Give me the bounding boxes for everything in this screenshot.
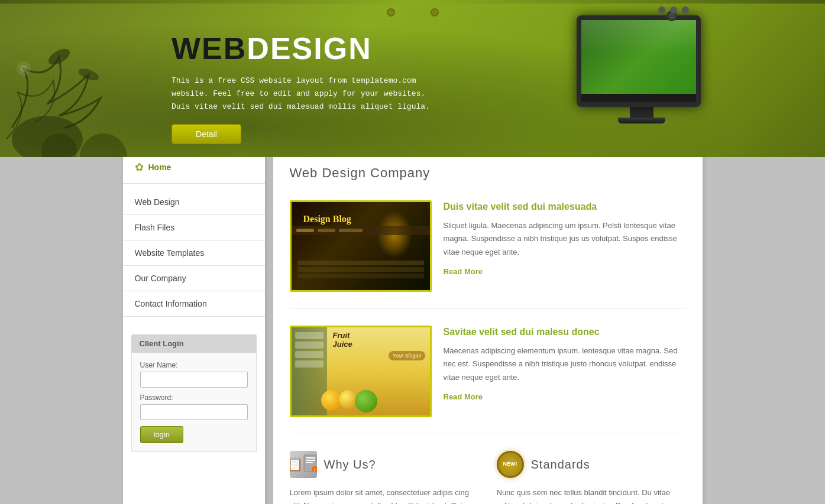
thumb-slogan: Your Slogan [389, 351, 425, 360]
svg-rect-9 [306, 460, 315, 461]
password-input[interactable] [140, 404, 248, 420]
new-badge-text: NEW! [503, 461, 517, 467]
home-icon: ✿ [135, 161, 144, 174]
monitor-taskbar [581, 94, 696, 102]
content-wrapper: ✿ Home Web Design Flash Files Website Te… [123, 151, 703, 504]
article-item-1: Design Blog [290, 200, 686, 309]
nav-menu: Web Design Flash Files Website Templates… [123, 184, 265, 323]
header-description: This is a free CSS website layout from t… [172, 74, 444, 113]
title-design: DESIGN [247, 31, 371, 66]
svg-point-3 [80, 134, 127, 157]
svg-text:!: ! [314, 467, 316, 473]
svg-point-2 [77, 66, 100, 82]
header-decor-top [387, 8, 439, 17]
article-thumbnail-1: Design Blog [290, 200, 432, 292]
sidebar: ✿ Home Web Design Flash Files Website Te… [123, 151, 265, 504]
monitor-image [577, 15, 707, 134]
standards-col: NEW! Standards Nunc quis sem nec tellus … [497, 451, 686, 504]
article-heading-2[interactable]: Savitae velit sed dui malesu donec [444, 326, 686, 339]
standards-body: Nunc quis sem nec tellus blandit tincidu… [497, 486, 686, 504]
content-title: Web Design Company [290, 165, 686, 187]
header-title: WEBDESIGN [172, 33, 455, 64]
thumb-navbar [292, 226, 430, 235]
nav-item-flash-files[interactable]: Flash Files [123, 215, 265, 240]
monitor-screen [577, 15, 701, 107]
thumb-blog-label: Design Blog [303, 214, 351, 225]
nav-link-flash-files[interactable]: Flash Files [123, 215, 265, 240]
title-web: WEB [172, 31, 247, 66]
nav-link-website-templates[interactable]: Website Templates [123, 240, 265, 265]
nav-link-contact-information[interactable]: Contact Information [123, 291, 265, 316]
nav-item-website-templates[interactable]: Website Templates [123, 240, 265, 266]
header: WEBDESIGN This is a free CSS website lay… [0, 4, 825, 157]
floral-decoration [0, 21, 177, 157]
username-label: User Name: [140, 361, 248, 369]
password-label: Password: [140, 394, 248, 402]
article-item-2: FruitJuice Your Slogan Savitae velit sed… [290, 326, 686, 434]
standards-title: Standards [531, 458, 590, 472]
client-login-title: Client Login [131, 334, 257, 353]
why-us-body: Lorem ipsum dolor sit amet, consectetuer… [290, 486, 479, 504]
monitor-base [618, 118, 665, 123]
login-button[interactable]: login [140, 426, 183, 443]
main-content: Web Design Company Design Blog [273, 151, 703, 504]
why-us-title: Why Us? [324, 458, 376, 472]
thumb-nav-item [295, 342, 323, 349]
nav-link-web-design[interactable]: Web Design [123, 190, 265, 214]
thumb-fruit-title: FruitJuice [333, 331, 352, 349]
header-content: WEBDESIGN This is a free CSS website lay… [172, 33, 455, 144]
why-us-icon: ! [290, 451, 317, 478]
monitor-display [581, 20, 696, 102]
monitor [577, 15, 707, 125]
client-login-box: Client Login User Name: Password: login [131, 334, 257, 452]
why-icon-inner: ! [303, 454, 317, 475]
detail-button[interactable]: Detail [172, 124, 241, 144]
article-body-1: Sliquet ligula. Maecenas adipiscing um i… [444, 219, 686, 258]
main-wrapper: ✿ Home Web Design Flash Files Website Te… [123, 151, 703, 504]
article-body-2: Maecenas adipiscing elementum ipsum. len… [444, 344, 686, 383]
standards-header: NEW! Standards [497, 451, 686, 478]
nav-item-our-company[interactable]: Our Company [123, 266, 265, 291]
article-text-2: Savitae velit sed dui malesu donec Maece… [444, 326, 686, 417]
thumb-nav-item [295, 332, 323, 339]
thumb-rows [297, 261, 424, 278]
article-text-1: Duis vitae velit sed dui malesuada Sliqu… [444, 200, 686, 292]
thumb-fruit-juice: FruitJuice Your Slogan [292, 327, 430, 415]
svg-rect-10 [306, 462, 313, 463]
nav-item-web-design[interactable]: Web Design [123, 190, 265, 215]
svg-point-1 [46, 45, 73, 67]
bottom-section: ! Why Us? Lorem ipsum dolor sit amet, co… [290, 451, 686, 504]
home-label: Home [148, 162, 172, 172]
thumb-fruits [324, 390, 377, 412]
article-thumbnail-2: FruitJuice Your Slogan [290, 326, 432, 417]
read-more-1[interactable]: Read More [444, 267, 483, 276]
nav-link-our-company[interactable]: Our Company [123, 266, 265, 291]
nav-item-contact-information[interactable]: Contact Information [123, 291, 265, 317]
read-more-2[interactable]: Read More [444, 392, 483, 401]
thumb-design-blog: Design Blog [292, 202, 430, 290]
standards-icon: NEW! [497, 451, 524, 478]
client-login-body: User Name: Password: login [131, 353, 257, 452]
article-heading-1[interactable]: Duis vitae velit sed dui malesuada [444, 200, 686, 213]
why-us-col: ! Why Us? Lorem ipsum dolor sit amet, co… [290, 451, 479, 504]
svg-point-6 [20, 65, 27, 72]
username-input[interactable] [140, 372, 248, 388]
decor-circles-right [658, 6, 689, 14]
svg-rect-8 [306, 457, 315, 459]
monitor-stand [630, 107, 653, 118]
why-us-header: ! Why Us? [290, 451, 479, 478]
thumb-nav-item [295, 360, 323, 368]
thumb-nav-item [295, 351, 323, 358]
